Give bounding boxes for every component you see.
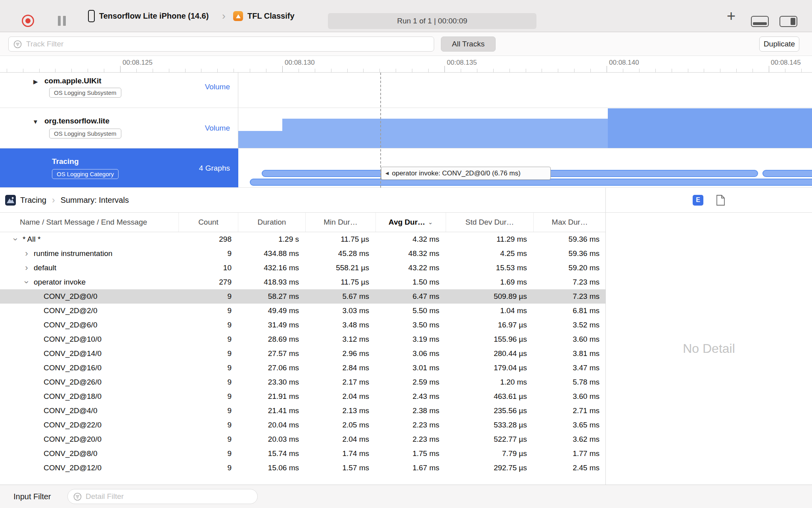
tracing-instrument-icon: [5, 195, 16, 206]
extended-detail-button[interactable]: E: [693, 195, 703, 206]
row-duration-cell: 434.88 ms: [238, 249, 305, 258]
interval-tooltip: ◀ operator invoke: CONV_2D@0/0 (6.76 ms): [381, 167, 551, 180]
ruler-tick: [7, 69, 7, 72]
row-name: default: [34, 264, 56, 272]
row-count-cell: 9: [178, 378, 238, 387]
track-head-uikit[interactable]: ▶ com.apple.UIKit OS Logging Subsystem V…: [0, 73, 238, 108]
breadcrumb-item-summary[interactable]: Summary: Intervals: [61, 196, 129, 205]
add-instrument-button[interactable]: +: [724, 0, 738, 32]
table-row[interactable]: ›default10432.16 ms558.21 µs43.22 ms15.5…: [0, 261, 605, 275]
column-header-max[interactable]: Max Dur…: [533, 213, 606, 232]
column-header-stddev[interactable]: Std Dev Dur…: [446, 213, 533, 232]
volume-bar-segment: [238, 131, 282, 148]
detail-filter-placeholder: Detail Filter: [86, 492, 124, 501]
row-name: CONV_2D@22/0: [44, 421, 102, 429]
row-min-cell: 1.57 ms: [305, 464, 375, 472]
disclosure-down-icon[interactable]: ▼: [33, 118, 38, 125]
row-name: CONV_2D@14/0: [44, 349, 102, 358]
track-filter-input[interactable]: Track Filter: [8, 37, 434, 52]
pause-button[interactable]: [58, 16, 67, 26]
track-head-tensorflow[interactable]: ▼ org.tensorflow.lite OS Logging Subsyst…: [0, 108, 238, 148]
track-head-tracing[interactable]: Tracing OS Logging Category 4 Graphs: [0, 148, 238, 187]
detail-filter-input[interactable]: Detail Filter: [67, 489, 258, 504]
ruler-tick: [639, 69, 640, 72]
row-count-cell: 9: [178, 249, 238, 258]
track-row-tracing[interactable]: Tracing OS Logging Category 4 Graphs ◀ o…: [0, 148, 812, 188]
table-row[interactable]: CONV_2D@12/0915.06 ms1.57 ms1.67 ms292.7…: [0, 461, 605, 475]
row-count-cell: 9: [178, 321, 238, 329]
table-row[interactable]: CONV_2D@16/0927.06 ms2.84 ms3.01 ms179.0…: [0, 361, 605, 375]
track-name: org.tensorflow.lite: [44, 117, 109, 125]
row-std-cell: 1.69 ms: [446, 278, 533, 287]
track-graph-tracing[interactable]: ◀ operator invoke: CONV_2D@0/0 (6.76 ms): [238, 148, 812, 187]
ruler-tick: [574, 69, 575, 72]
row-count-cell: 9: [178, 464, 238, 472]
column-header-name[interactable]: Name / Start Message / End Message: [0, 213, 178, 232]
row-duration-cell: 418.93 ms: [238, 278, 305, 287]
row-count-cell: 9: [178, 306, 238, 315]
detail-area: Name / Start Message / End Message Count…: [0, 213, 812, 485]
row-duration-cell: 21.91 ms: [238, 392, 305, 401]
breadcrumb-item-tracing[interactable]: Tracing: [20, 196, 46, 205]
column-header-count[interactable]: Count: [178, 213, 238, 232]
ruler-tick: [299, 69, 299, 72]
table-row[interactable]: CONV_2D@0/0958.27 ms5.67 ms6.47 ms509.89…: [0, 289, 605, 304]
ruler-tick: [153, 69, 153, 72]
table-row[interactable]: CONV_2D@22/0920.04 ms2.05 ms2.23 ms533.2…: [0, 418, 605, 432]
row-name: CONV_2D@0/0: [44, 292, 97, 301]
table-row[interactable]: CONV_2D@26/0923.30 ms2.17 ms2.59 ms1.20 …: [0, 375, 605, 389]
track-graph-uikit[interactable]: [238, 73, 812, 108]
row-count-cell: 10: [178, 264, 238, 272]
column-header-avg[interactable]: Avg Dur…⌄: [375, 213, 446, 232]
row-count-cell: 9: [178, 349, 238, 358]
row-std-cell: 155.96 µs: [446, 335, 533, 344]
row-std-cell: 463.61 µs: [446, 392, 533, 401]
table-row[interactable]: CONV_2D@10/0928.69 ms3.12 ms3.19 ms155.9…: [0, 332, 605, 346]
row-avg-cell: 3.50 ms: [375, 321, 446, 329]
table-row[interactable]: CONV_2D@14/0927.57 ms2.96 ms3.06 ms280.4…: [0, 346, 605, 361]
table-row[interactable]: CONV_2D@8/0915.74 ms1.74 ms1.75 ms7.79 µ…: [0, 446, 605, 461]
table-row[interactable]: ›operator invoke279418.93 ms11.75 µs1.50…: [0, 275, 605, 289]
row-duration-cell: 58.27 ms: [238, 292, 305, 301]
row-name: CONV_2D@12/0: [44, 464, 102, 472]
toggle-bottom-pane-button[interactable]: [751, 16, 769, 27]
table-row[interactable]: CONV_2D@6/0931.49 ms3.48 ms3.50 ms16.97 …: [0, 318, 605, 332]
table-row[interactable]: CONV_2D@2/0949.49 ms3.03 ms5.50 ms1.04 m…: [0, 304, 605, 318]
interval-bar[interactable]: [762, 170, 812, 177]
filter-icon: [73, 492, 82, 501]
disclosure-down-icon[interactable]: ›: [11, 235, 19, 243]
row-count-cell: 298: [178, 235, 238, 244]
disclosure-right-icon[interactable]: ›: [23, 264, 31, 272]
ruler-tick: [39, 69, 40, 72]
record-button[interactable]: [22, 15, 34, 27]
column-header-min[interactable]: Min Dur…: [305, 213, 375, 232]
track-graph-volume[interactable]: [238, 108, 812, 148]
timeline: 00:08.12500:08.13000:08.13500:08.14000:0…: [0, 56, 812, 188]
disclosure-right-icon[interactable]: ▶: [33, 78, 38, 85]
target-selector[interactable]: TFL Classify: [233, 0, 295, 32]
table-row[interactable]: ›runtime instrumentation9434.88 ms45.28 …: [0, 246, 605, 261]
ruler-tick: [185, 69, 186, 72]
track-row-uikit[interactable]: ▶ com.apple.UIKit OS Logging Subsystem V…: [0, 73, 812, 108]
column-header-duration[interactable]: Duration: [238, 213, 305, 232]
ruler-tick: [217, 69, 218, 72]
device-selector[interactable]: Tensorflow Lite iPhone (14.6): [88, 0, 209, 32]
all-tracks-button[interactable]: All Tracks: [441, 37, 496, 52]
track-row-tensorflow[interactable]: ▼ org.tensorflow.lite OS Logging Subsyst…: [0, 108, 812, 148]
table-row[interactable]: CONV_2D@20/0920.03 ms2.04 ms2.23 ms522.7…: [0, 432, 605, 446]
row-name-cell: CONV_2D@4/0: [0, 406, 178, 415]
row-max-cell: 6.81 ms: [533, 306, 605, 315]
toggle-right-pane-button[interactable]: [779, 16, 797, 27]
row-std-cell: 1.20 ms: [446, 378, 533, 387]
disclosure-right-icon[interactable]: ›: [23, 250, 31, 258]
disclosure-down-icon[interactable]: ›: [23, 278, 31, 286]
document-icon[interactable]: [716, 194, 725, 206]
row-name-cell: CONV_2D@10/0: [0, 335, 178, 344]
duplicate-button[interactable]: Duplicate: [759, 37, 799, 52]
row-std-cell: 16.97 µs: [446, 321, 533, 329]
table-row[interactable]: CONV_2D@18/0921.91 ms2.04 ms2.43 ms463.6…: [0, 389, 605, 404]
row-std-cell: 4.25 ms: [446, 249, 533, 258]
row-min-cell: 5.67 ms: [305, 292, 375, 301]
table-row[interactable]: ›* All *2981.29 s11.75 µs4.32 ms11.29 ms…: [0, 232, 605, 246]
table-row[interactable]: CONV_2D@4/0921.41 ms2.13 ms2.38 ms235.56…: [0, 404, 605, 418]
